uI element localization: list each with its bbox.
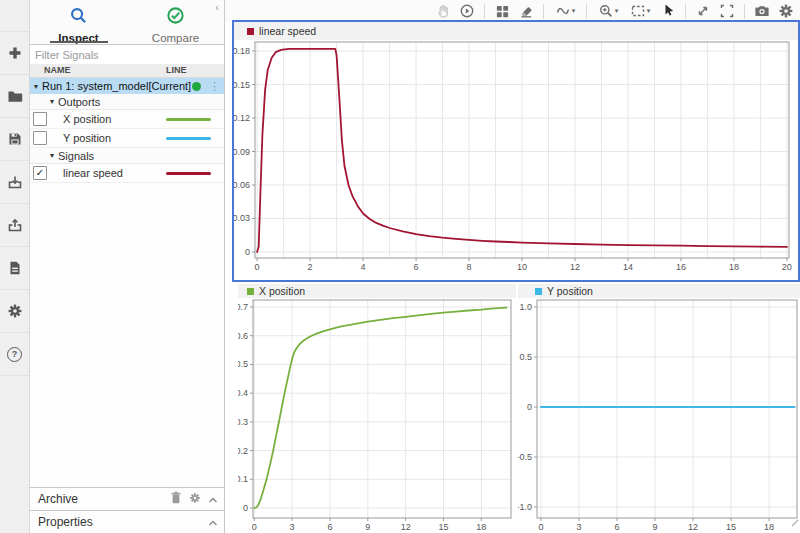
signal-row-x-position[interactable]: X position (30, 110, 224, 129)
snapshot-button[interactable] (751, 1, 773, 21)
compare-check-icon (166, 6, 185, 29)
help-icon: ? (7, 347, 22, 362)
select-cursor-button[interactable] (657, 0, 679, 22)
svg-text:0: 0 (255, 262, 260, 272)
archive-bar[interactable]: Archive (30, 487, 224, 510)
eraser-icon (518, 3, 534, 19)
run-menu-icon[interactable]: ⋮ (209, 81, 220, 92)
svg-text:9: 9 (365, 522, 370, 532)
signal-wave-icon (555, 3, 571, 19)
export-button[interactable] (0, 204, 29, 247)
properties-collapse-chevron-icon[interactable] (208, 515, 218, 529)
x-position-line-swatch[interactable] (166, 118, 211, 121)
y-position-line-swatch[interactable] (166, 137, 211, 140)
chevron-down-icon: ▾ (572, 7, 576, 15)
svg-text:1.0: 1.0 (519, 302, 532, 312)
subplot-layout-button[interactable] (491, 1, 513, 21)
svg-text:-0.5: -0.5 (518, 452, 532, 462)
svg-text:0.5: 0.5 (238, 359, 248, 369)
tab-compare-label: Compare (152, 32, 199, 44)
bottom-panels: Archive Properties (30, 487, 224, 533)
pan-button[interactable] (432, 1, 454, 21)
plot-settings-button[interactable] (775, 1, 797, 21)
signal-label: X position (63, 113, 166, 125)
svg-text:20: 20 (782, 262, 792, 272)
svg-text:18: 18 (729, 262, 739, 272)
gear-icon (7, 303, 23, 319)
signal-table-header: NAME LINE (30, 63, 224, 78)
simulation-data-inspector-window: ? Inspect Compare ‹ NAME LINE ▾ R (0, 0, 800, 533)
x-position-plot[interactable]: X position 036912151800.10.20.30.40.50.6… (238, 284, 516, 533)
zoom-button[interactable]: ▾ (593, 1, 623, 21)
trash-icon[interactable] (170, 491, 182, 507)
replay-button[interactable] (456, 1, 478, 21)
clear-plots-button[interactable] (515, 1, 537, 21)
svg-text:3: 3 (290, 522, 295, 532)
group-row-outports[interactable]: ▾ Outports (30, 94, 224, 110)
preferences-button[interactable] (0, 290, 29, 333)
open-button[interactable] (0, 75, 29, 118)
signal-label: linear speed (63, 167, 166, 179)
fullscreen-brackets-icon (719, 3, 735, 19)
signal-row-linear-speed[interactable]: ✓ linear speed (30, 164, 224, 183)
y-position-checkbox[interactable] (33, 131, 47, 145)
group-expander-icon[interactable]: ▾ (46, 97, 58, 106)
x-position-checkbox[interactable] (33, 112, 47, 126)
archive-collapse-chevron-icon[interactable] (208, 492, 218, 506)
x-position-legend: X position (238, 284, 516, 298)
svg-text:0: 0 (245, 247, 250, 257)
span-plots-button[interactable] (692, 1, 714, 21)
toolbar-separator (586, 4, 587, 19)
y-position-plot[interactable]: Y position 03691215181.00.50-0.5-1.0 (518, 284, 800, 533)
help-button[interactable]: ? (0, 333, 29, 376)
signal-row-y-position[interactable]: Y position (30, 129, 224, 148)
svg-text:0.06: 0.06 (234, 180, 250, 190)
resize-grip[interactable] (791, 513, 799, 531)
svg-text:0.09: 0.09 (234, 147, 250, 157)
svg-text:12: 12 (570, 262, 580, 272)
fit-view-icon (630, 3, 646, 19)
properties-label: Properties (30, 515, 208, 529)
properties-bar[interactable]: Properties (30, 510, 224, 533)
filter-row (30, 44, 224, 63)
fullscreen-button[interactable] (716, 1, 738, 21)
svg-text:14: 14 (623, 262, 633, 272)
linear-speed-chart-canvas[interactable]: 0246810121416182000.030.060.090.120.150.… (234, 22, 794, 276)
x-position-chart-canvas[interactable]: 036912151800.10.20.30.40.50.60.7 (238, 284, 516, 533)
linear-speed-checkbox[interactable]: ✓ (33, 166, 47, 180)
svg-text:16: 16 (676, 262, 686, 272)
y-position-chart-canvas[interactable]: 03691215181.00.50-0.5-1.0 (518, 284, 800, 533)
svg-text:0.4: 0.4 (238, 388, 248, 398)
report-button[interactable] (0, 247, 29, 290)
plot-toolbar: ▾ ▾ ▾ (225, 0, 800, 22)
toolbar-separator (685, 4, 686, 19)
collapse-sidebar-icon[interactable]: ‹ (212, 1, 222, 13)
filter-signals-input[interactable] (30, 47, 224, 64)
group-expander-icon[interactable]: ▾ (46, 151, 58, 160)
run-expander-icon[interactable]: ▾ (30, 82, 42, 91)
import-icon (7, 174, 23, 190)
svg-text:0.12: 0.12 (234, 113, 250, 123)
svg-text:0.18: 0.18 (234, 46, 250, 56)
sidebar-tabs: Inspect Compare ‹ (30, 0, 224, 44)
cursor-arrow-icon (660, 2, 676, 18)
signal-options-button[interactable]: ▾ (550, 1, 580, 21)
svg-text:0: 0 (538, 522, 543, 532)
import-button[interactable] (0, 161, 29, 204)
svg-text:15: 15 (438, 522, 448, 532)
group-row-signals[interactable]: ▾ Signals (30, 148, 224, 164)
run-row[interactable]: ▾ Run 1: system_model[Current] ⋮ (30, 78, 224, 94)
linear-speed-plot[interactable]: linear speed 0246810121416182000.030.060… (232, 20, 800, 282)
tab-compare[interactable]: Compare (127, 0, 224, 44)
toolbar-separator (484, 4, 485, 19)
folder-icon (7, 88, 23, 104)
tab-inspect[interactable]: Inspect (30, 0, 127, 44)
linear-speed-line-swatch[interactable] (166, 172, 211, 175)
floppy-icon (7, 131, 23, 147)
fit-to-view-button[interactable]: ▾ (625, 1, 655, 21)
archive-settings-gear-icon[interactable] (189, 492, 201, 507)
svg-text:0.3: 0.3 (238, 417, 248, 427)
new-button[interactable] (0, 32, 29, 75)
svg-text:4: 4 (361, 262, 366, 272)
save-button[interactable] (0, 118, 29, 161)
